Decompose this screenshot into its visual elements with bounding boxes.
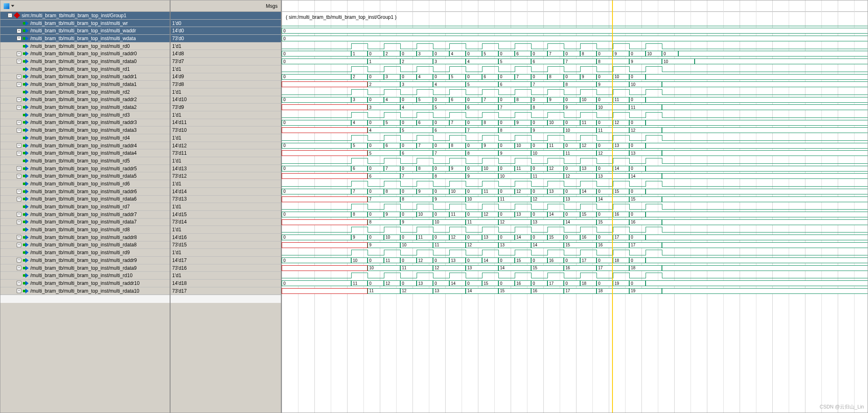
wave-row[interactable]: 789101112131415	[282, 196, 868, 203]
signal-value[interactable]: 73'd10	[170, 126, 281, 134]
wave-row[interactable]: 0405060708090100110120	[282, 119, 868, 127]
signal-row[interactable]: +/multi_bram_tb/multi_bram_top_inst/mult…	[0, 257, 170, 264]
signal-value[interactable]: 1'd1	[170, 203, 281, 211]
signal-row[interactable]: +/multi_bram_tb/multi_bram_top_inst/mult…	[0, 50, 170, 58]
signal-row[interactable]: /multi_bram_tb/multi_bram_top_inst/multi…	[0, 20, 170, 27]
signal-row[interactable]: +/multi_bram_tb/multi_bram_top_inst/mult…	[0, 27, 170, 35]
expand-icon[interactable]: +	[17, 189, 21, 194]
expand-icon[interactable]: +	[17, 212, 21, 217]
wave-row[interactable]: 8910111213141516	[282, 219, 868, 226]
signal-value[interactable]: 1'd1	[170, 134, 281, 142]
signal-row[interactable]: +/multi_bram_tb/multi_bram_top_inst/mult…	[0, 211, 170, 219]
signal-value[interactable]: 14'd13	[170, 165, 281, 173]
expand-icon[interactable]: +	[17, 166, 21, 171]
expand-icon[interactable]: +	[17, 29, 21, 33]
signal-value[interactable]: 14'd16	[170, 234, 281, 241]
signal-value[interactable]: 1'd1	[170, 226, 281, 234]
signal-value[interactable]: 14'd0	[170, 27, 281, 35]
signal-name-panel[interactable]: -sim:/multi_bram_tb/multi_bram_top_inst/…	[0, 0, 170, 413]
signal-value[interactable]: 73'd0	[170, 35, 281, 43]
signal-row[interactable]: /multi_bram_tb/multi_bram_top_inst/multi…	[0, 272, 170, 280]
signal-row[interactable]: +/multi_bram_tb/multi_bram_top_inst/mult…	[0, 96, 170, 104]
signal-value-panel[interactable]: Msgs 1'd014'd073'd01'd114'd873'd71'd114'…	[170, 0, 282, 413]
wave-row[interactable]: 67891011121314	[282, 172, 868, 180]
signal-row[interactable]: +/multi_bram_tb/multi_bram_top_inst/mult…	[0, 188, 170, 196]
signal-value[interactable]	[170, 12, 281, 20]
signal-row[interactable]: +/multi_bram_tb/multi_bram_top_inst/mult…	[0, 35, 170, 43]
expand-icon[interactable]: +	[17, 243, 21, 247]
wave-row[interactable]: 0100110120130140150160170180	[282, 257, 868, 264]
wave-row[interactable]	[282, 12, 868, 20]
signal-row[interactable]: +/multi_bram_tb/multi_bram_top_inst/mult…	[0, 58, 170, 65]
signal-value[interactable]: 14'd9	[170, 73, 281, 81]
expand-icon[interactable]: +	[17, 151, 21, 156]
expand-icon[interactable]: +	[17, 74, 21, 79]
expand-icon[interactable]: +	[17, 128, 21, 133]
signal-value[interactable]: 14'd18	[170, 280, 281, 287]
wave-row[interactable]: 0102030405060708090100	[282, 50, 868, 58]
signal-value[interactable]: 1'd1	[170, 180, 281, 188]
expand-icon[interactable]: +	[17, 105, 21, 110]
signal-row[interactable]: +/multi_bram_tb/multi_bram_top_inst/mult…	[0, 81, 170, 88]
signal-row[interactable]: +/multi_bram_tb/multi_bram_top_inst/mult…	[0, 219, 170, 226]
signal-row[interactable]: +/multi_bram_tb/multi_bram_top_inst/mult…	[0, 264, 170, 272]
wave-row[interactable]: 030405060708090100110	[282, 96, 868, 104]
signal-row[interactable]: +/multi_bram_tb/multi_bram_top_inst/mult…	[0, 172, 170, 180]
signal-value[interactable]: 1'd1	[170, 65, 281, 73]
signal-value[interactable]: 14'd8	[170, 50, 281, 58]
signal-value[interactable]: 1'd1	[170, 88, 281, 96]
expand-icon[interactable]: +	[17, 143, 21, 148]
expand-icon[interactable]: +	[17, 197, 21, 201]
signal-value[interactable]: 14'd12	[170, 142, 281, 150]
wave-row[interactable]: 060708090100110120130140	[282, 165, 868, 173]
signal-row[interactable]: /multi_bram_tb/multi_bram_top_inst/multi…	[0, 157, 170, 165]
expand-icon[interactable]: +	[17, 235, 21, 239]
wave-row[interactable]	[282, 180, 868, 188]
signal-value[interactable]: 1'd1	[170, 272, 281, 280]
signal-row[interactable]: -sim:/multi_bram_tb/multi_bram_top_inst/…	[0, 12, 170, 20]
wave-row[interactable]: 02030405060708090100	[282, 73, 868, 81]
signal-value[interactable]: 1'd1	[170, 249, 281, 257]
wave-row[interactable]	[282, 20, 868, 27]
signal-row[interactable]: /multi_bram_tb/multi_bram_top_inst/multi…	[0, 65, 170, 73]
signal-row[interactable]: +/multi_bram_tb/multi_bram_top_inst/mult…	[0, 287, 170, 295]
wave-row[interactable]	[282, 134, 868, 142]
signal-value[interactable]: 73'd16	[170, 264, 281, 272]
signal-value[interactable]: 14'd17	[170, 257, 281, 264]
signal-value[interactable]: 73'd11	[170, 149, 281, 157]
signal-row[interactable]: /multi_bram_tb/multi_bram_top_inst/multi…	[0, 134, 170, 142]
wave-row[interactable]: 090100110120130140150160170	[282, 234, 868, 241]
wave-row[interactable]	[282, 226, 868, 234]
wave-row[interactable]: 012345678910	[282, 58, 868, 65]
signal-row[interactable]: +/multi_bram_tb/multi_bram_top_inst/mult…	[0, 280, 170, 287]
signal-row[interactable]: /multi_bram_tb/multi_bram_top_inst/multi…	[0, 88, 170, 96]
wave-row[interactable]	[282, 249, 868, 257]
signal-value[interactable]: 1'd1	[170, 43, 281, 50]
signal-value[interactable]: 73'd8	[170, 81, 281, 88]
wave-row[interactable]: 456789101112	[282, 126, 868, 134]
signal-row[interactable]: /multi_bram_tb/multi_bram_top_inst/multi…	[0, 226, 170, 234]
collapse-icon[interactable]: -	[8, 13, 12, 18]
wave-row[interactable]	[282, 157, 868, 165]
wave-row[interactable]: 2345678910	[282, 81, 868, 88]
signal-value[interactable]: 73'd15	[170, 241, 281, 249]
expand-icon[interactable]: +	[17, 82, 21, 87]
signal-row[interactable]: /multi_bram_tb/multi_bram_top_inst/multi…	[0, 43, 170, 50]
wave-row[interactable]: 05060708090100110120130	[282, 142, 868, 150]
signal-value[interactable]: 73'd12	[170, 172, 281, 180]
signal-row[interactable]: +/multi_bram_tb/multi_bram_top_inst/mult…	[0, 241, 170, 249]
signal-value[interactable]: 1'd1	[170, 111, 281, 119]
signal-value[interactable]: 73'd14	[170, 219, 281, 226]
wave-row[interactable]: 34567891011	[282, 104, 868, 111]
expand-icon[interactable]: +	[17, 266, 21, 270]
signal-value[interactable]: 73'd17	[170, 287, 281, 295]
wave-row[interactable]	[282, 65, 868, 73]
signal-value[interactable]: 1'd0	[170, 20, 281, 27]
wave-row[interactable]	[282, 43, 868, 50]
wave-row[interactable]	[282, 88, 868, 96]
signal-row[interactable]: /multi_bram_tb/multi_bram_top_inst/multi…	[0, 180, 170, 188]
signal-value[interactable]: 73'd9	[170, 104, 281, 111]
expand-icon[interactable]: +	[17, 120, 21, 125]
wave-row[interactable]: 0	[282, 27, 868, 35]
signal-row[interactable]: /multi_bram_tb/multi_bram_top_inst/multi…	[0, 203, 170, 211]
